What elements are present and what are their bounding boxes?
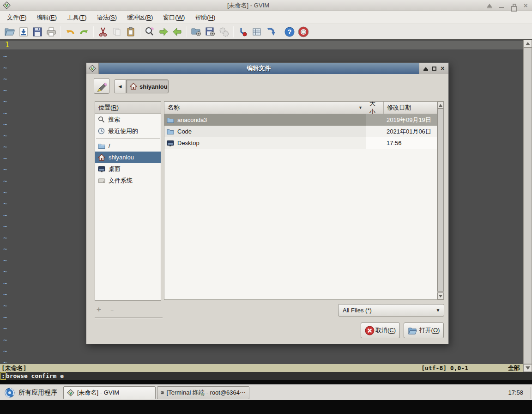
places-header[interactable]: 位置(R) [95, 102, 161, 114]
place-filesystem[interactable]: 文件系统 [95, 175, 161, 186]
open-button[interactable] [3, 25, 17, 39]
path-segment-shiyanlou[interactable]: shiyanlou [126, 79, 169, 93]
scrollbar-thumb[interactable] [523, 48, 532, 364]
tags-list-button[interactable] [250, 25, 264, 39]
help-button[interactable]: ? [283, 25, 296, 39]
column-header-size[interactable]: 大小 [366, 102, 384, 114]
folder-icon [98, 142, 105, 150]
paste-button[interactable] [124, 25, 138, 39]
dialog-close-button[interactable]: × [441, 65, 444, 72]
menu-edit[interactable]: 编辑(E) [32, 11, 62, 24]
save-button[interactable] [17, 25, 30, 39]
buffer-name: [未命名] [1, 364, 27, 372]
file-type-dropdown[interactable]: All Files (*) ▼ [338, 304, 444, 317]
scrollbar-thumb[interactable] [437, 109, 444, 292]
paste-icon [125, 26, 136, 37]
clock-icon [98, 128, 105, 134]
vim-logo-icon: V [67, 389, 74, 396]
cursor-line: 1 [0, 41, 523, 49]
toolbar: ? [0, 24, 532, 40]
dialog-body: ◀ shiyanlou 位置(R) 搜索 最近使用的 / [86, 74, 448, 344]
scroll-up-button[interactable] [437, 102, 444, 109]
undo-button[interactable] [63, 25, 77, 39]
place-desktop[interactable]: 桌面 [95, 163, 161, 175]
menu-file[interactable]: 文件(F) [2, 11, 32, 24]
applications-menu-icon [5, 388, 15, 398]
file-row-desktop[interactable]: Desktop 17:56 [164, 137, 437, 149]
column-header-date[interactable]: 修改日期 [384, 102, 437, 114]
close-button[interactable]: × [522, 2, 529, 9]
tags-list-icon [251, 26, 262, 37]
print-button[interactable] [44, 25, 58, 39]
find-next-button[interactable] [157, 25, 170, 39]
file-row-anaconda3[interactable]: anaconda3 2019年09月19日 [164, 114, 437, 126]
place-search[interactable]: 搜索 [95, 114, 161, 125]
type-filename-button[interactable] [94, 78, 109, 94]
menu-tools[interactable]: 工具(T) [62, 11, 92, 24]
add-place-button[interactable]: + [97, 305, 101, 314]
run-script-button[interactable] [217, 25, 231, 39]
task-gvim[interactable]: V [未命名] - GVIM [63, 386, 156, 399]
redo-button[interactable] [77, 25, 91, 39]
place-recent[interactable]: 最近使用的 [95, 125, 161, 137]
dialog-buttons-chip: × [419, 63, 448, 74]
build-icon [237, 26, 248, 37]
window-titlebar[interactable]: V [未命名] - GVIM × [0, 0, 532, 11]
statusline: [未命名] [utf-8] 0,0-1 全部 [0, 364, 523, 372]
scroll-down-button[interactable] [437, 292, 444, 299]
jump-to-tag-button[interactable] [264, 25, 278, 39]
cut-button[interactable] [96, 25, 110, 39]
find-prev-button[interactable] [170, 25, 184, 39]
save-session-icon [205, 26, 216, 37]
back-arrow-icon: ◀ [119, 84, 122, 89]
shade-button[interactable] [486, 2, 493, 9]
find-in-help-button[interactable] [296, 25, 310, 39]
all-applications-button[interactable]: 所有应用程序 [0, 385, 62, 400]
copy-button[interactable] [110, 25, 124, 39]
place-home[interactable]: shiyanlou [95, 152, 161, 163]
task-terminal[interactable]: $_ [Terminal 终端 - root@6364⋯ [157, 386, 249, 399]
cmdline-text: browse confirm e [6, 372, 64, 379]
remove-place-button[interactable]: − [110, 307, 114, 314]
file-dialog: V 编辑文件 × ◀ shiyanlou 位置(R) 搜索 [86, 62, 449, 344]
build-button[interactable] [236, 25, 250, 39]
menu-syntax[interactable]: 语法(S) [92, 11, 122, 24]
dialog-shade-button[interactable] [423, 67, 428, 70]
editor-scrollbar[interactable] [523, 40, 532, 372]
copy-icon [111, 26, 122, 37]
find-replace-button[interactable] [143, 25, 157, 39]
save-session-button[interactable] [203, 25, 217, 39]
save-all-icon [32, 26, 43, 37]
scroll-up-button[interactable] [523, 40, 532, 48]
load-session-button[interactable] [189, 25, 203, 39]
places-footer-separator [95, 317, 163, 318]
toolbar-separator [233, 26, 234, 37]
run-script-icon [218, 26, 230, 37]
panel-handle[interactable] [529, 387, 531, 399]
open-button[interactable]: 打开(O) [404, 323, 444, 338]
dialog-titlebar[interactable]: V 编辑文件 × [86, 63, 448, 74]
file-list-scrollbar[interactable] [437, 102, 444, 299]
command-line[interactable]: :browse confirm e [0, 372, 532, 380]
file-row-code[interactable]: Code 2021年01月06日 [164, 126, 437, 137]
folder-icon [167, 116, 174, 124]
taskbar: 所有应用程序 V [未命名] - GVIM $_ [Terminal 终端 - … [0, 384, 532, 400]
desktop-icon [98, 165, 105, 173]
scroll-down-button[interactable] [523, 364, 532, 372]
save-icon [18, 26, 29, 37]
dialog-maximize-button[interactable] [432, 67, 436, 71]
path-back-button[interactable]: ◀ [114, 79, 126, 93]
save-all-button[interactable] [30, 25, 44, 39]
menu-window[interactable]: 窗口(W) [158, 11, 190, 24]
menu-help[interactable]: 帮助(H) [190, 11, 220, 24]
maximize-button[interactable] [510, 2, 517, 9]
print-icon [46, 26, 57, 37]
place-root[interactable]: / [95, 140, 161, 152]
cut-icon [97, 26, 109, 37]
cancel-button[interactable]: 取消(C) [361, 323, 400, 338]
load-session-icon [191, 26, 202, 37]
vim-logo-icon: V [3, 1, 11, 9]
menu-buffers[interactable]: 缓冲区(B) [122, 11, 158, 24]
column-header-name[interactable]: 名称 ▼ [164, 102, 366, 114]
minimize-button[interactable] [498, 2, 505, 9]
